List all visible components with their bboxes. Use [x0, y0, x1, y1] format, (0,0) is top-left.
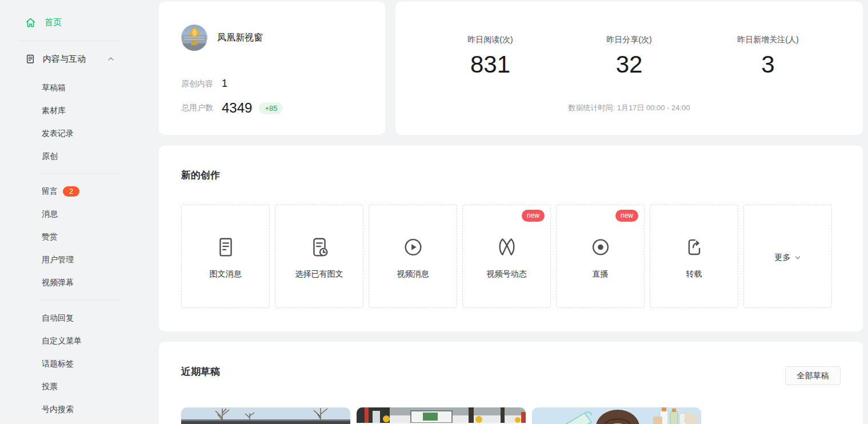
new-badge: new: [615, 210, 638, 222]
stats-row: 昨日阅读(次) 831 昨日分享(次) 32 昨日新增关注(人) 3: [395, 2, 863, 78]
document-icon: [25, 54, 35, 64]
dashboard-page: 首页 内容与互动 草稿箱 素材库 发表记录 原创: [0, 0, 868, 424]
sidebar-item-label: 话题标签: [42, 359, 74, 369]
sidebar-item-label: 自定义菜单: [42, 336, 82, 346]
sidebar-group-label: 内容与互动: [43, 54, 86, 65]
sidebar-item-label: 投票: [42, 382, 58, 392]
sidebar-item-label: 用户管理: [42, 255, 74, 265]
sidebar-item-label: 自动回复: [42, 313, 74, 323]
sidebar-item-messages[interactable]: 消息: [0, 203, 149, 226]
total-users-label: 总用户数: [181, 103, 222, 113]
sidebar-item-media-library[interactable]: 素材库: [0, 99, 149, 122]
more-label: 更多: [775, 253, 791, 263]
new-creation-card: 新的创作 图文消息 选择已有图文: [159, 146, 863, 331]
sidebar-item-original[interactable]: 原创: [0, 145, 149, 168]
create-card-label: 视频号动态: [487, 269, 527, 279]
sidebar-divider: [39, 299, 120, 300]
sidebar-item-publish-record[interactable]: 发表记录: [0, 122, 149, 145]
section-title-recent-drafts: 近期草稿: [181, 365, 220, 378]
draft-thumbnail-cartoon-illustration[interactable]: [532, 407, 701, 424]
recent-drafts-card: 近期草稿 全部草稿: [159, 342, 863, 424]
total-users-row: 总用户数 4349 +85: [181, 100, 283, 116]
create-channels-post-card[interactable]: new 视频号动态: [462, 205, 551, 308]
unread-count-badge: 2: [63, 186, 79, 197]
create-repost-card[interactable]: 转载: [650, 205, 738, 308]
account-name: 凤凰新视窗: [217, 32, 263, 44]
sidebar-content-list: 草稿箱 素材库 发表记录 原创: [0, 77, 149, 168]
create-existing-article-card[interactable]: 选择已有图文: [275, 205, 363, 308]
users-delta-badge: +85: [259, 102, 283, 114]
channels-icon: [495, 235, 519, 259]
article-icon: [214, 235, 238, 259]
sidebar-item-custom-menu[interactable]: 自定义菜单: [0, 330, 149, 353]
draft-thumbnail-winter-campus[interactable]: [181, 407, 350, 424]
stat-reads: 昨日阅读(次) 831: [421, 35, 560, 78]
new-badge: new: [522, 210, 545, 222]
create-card-label: 直播: [593, 269, 609, 279]
sidebar-item-label: 发表记录: [42, 129, 74, 139]
create-more-card[interactable]: 更多: [743, 205, 832, 308]
phoenix-statue-photo: [181, 25, 207, 51]
repost-icon: [682, 235, 706, 259]
sidebar-manage-list: 自动回复 自定义菜单 话题标签 投票 号内搜索: [0, 307, 149, 421]
sidebar-item-appreciation[interactable]: 赞赏: [0, 226, 149, 249]
sidebar-item-label: 留言: [42, 186, 58, 197]
sidebar-group-content-interact[interactable]: 内容与互动: [25, 53, 149, 65]
all-drafts-button-label: 全部草稿: [797, 371, 829, 381]
draft-thumbnails-row: [181, 407, 701, 424]
sidebar-item-label: 原创: [42, 151, 58, 162]
original-content-value: 1: [222, 78, 227, 90]
sidebar-item-home[interactable]: 首页: [25, 16, 149, 29]
sidebar-item-comments[interactable]: 留言 2: [0, 180, 149, 203]
stat-label: 昨日分享(次): [560, 35, 699, 45]
draft-thumbnail-snow-playground[interactable]: [357, 407, 526, 424]
create-card-label: 转载: [686, 269, 702, 279]
sidebar-item-draftbox[interactable]: 草稿箱: [0, 77, 149, 99]
original-content-label: 原创内容: [181, 79, 222, 89]
live-dot-icon: [589, 235, 613, 259]
play-circle-icon: [401, 235, 425, 259]
sidebar-item-topic-tags[interactable]: 话题标签: [0, 353, 149, 375]
sidebar: 首页 内容与互动 草稿箱 素材库 发表记录 原创: [0, 0, 149, 421]
sidebar-item-video-danmaku[interactable]: 视频弹幕: [0, 271, 149, 294]
stat-new-followers: 昨日新增关注(人) 3: [699, 35, 838, 78]
sidebar-item-label: 素材库: [42, 106, 66, 116]
create-video-message-card[interactable]: 视频消息: [369, 205, 457, 308]
article-clock-icon: [307, 235, 331, 259]
sidebar-divider: [39, 173, 120, 174]
winter-campus-photo: [181, 407, 350, 424]
original-content-row: 原创内容 1: [181, 78, 227, 90]
sidebar-item-vote[interactable]: 投票: [0, 375, 149, 398]
create-live-card[interactable]: new 直播: [556, 205, 645, 308]
stat-shares: 昨日分享(次) 32: [560, 35, 699, 78]
create-card-label: 选择已有图文: [295, 269, 343, 279]
snow-playground-photo: [357, 407, 526, 424]
home-icon: [25, 17, 36, 28]
create-card-label: 视频消息: [397, 269, 429, 279]
sidebar-item-label: 视频弹幕: [42, 278, 74, 288]
sidebar-divider: [19, 41, 120, 41]
chevron-up-icon: [107, 55, 115, 63]
sidebar-item-label: 号内搜索: [42, 405, 74, 415]
account-summary-card: 凤凰新视窗 原创内容 1 总用户数 4349 +85: [159, 2, 385, 135]
all-drafts-button[interactable]: 全部草稿: [785, 366, 841, 385]
create-card-label: 图文消息: [210, 269, 242, 279]
create-article-card[interactable]: 图文消息: [181, 205, 270, 308]
stats-time-note: 数据统计时间: 1月17日 00:00 - 24:00: [395, 103, 863, 113]
cartoon-hygiene-illustration: [532, 407, 701, 424]
sidebar-item-label: 草稿箱: [42, 83, 66, 93]
account-avatar: [181, 25, 207, 51]
stat-value: 831: [421, 51, 560, 78]
yesterday-stats-card: 昨日阅读(次) 831 昨日分享(次) 32 昨日新增关注(人) 3 数据统计时…: [395, 2, 863, 135]
sidebar-home-label: 首页: [45, 17, 62, 28]
sidebar-interact-list: 留言 2 消息 赞赏 用户管理 视频弹幕: [0, 180, 149, 294]
sidebar-item-label: 消息: [42, 209, 58, 219]
total-users-value: 4349: [222, 100, 252, 116]
sidebar-item-in-account-search[interactable]: 号内搜索: [0, 398, 149, 421]
sidebar-item-user-management[interactable]: 用户管理: [0, 249, 149, 271]
account-header: 凤凰新视窗: [181, 25, 263, 51]
chevron-down-icon: [794, 254, 801, 261]
sidebar-item-auto-reply[interactable]: 自动回复: [0, 307, 149, 330]
creation-options-row: 图文消息 选择已有图文 视频消息 new: [181, 205, 832, 308]
stat-label: 昨日新增关注(人): [699, 35, 838, 45]
